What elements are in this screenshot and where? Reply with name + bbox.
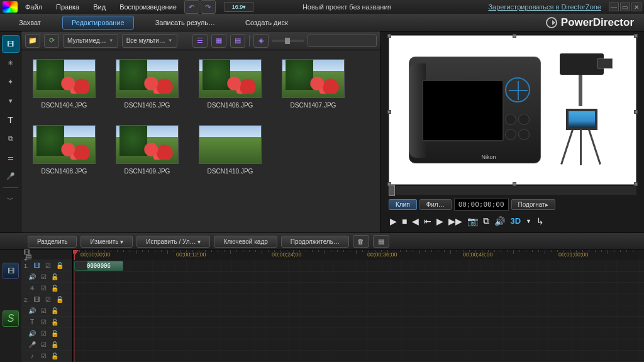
timeline-track[interactable] (73, 272, 644, 283)
scrub-head[interactable] (389, 185, 395, 196)
thumbnail[interactable]: DSCN1405.JPG (116, 59, 179, 109)
track-lock-icon[interactable]: 🔓 (50, 352, 59, 361)
preview-scrubber[interactable] (389, 186, 636, 195)
fast-fwd-icon[interactable]: ▶▶ (448, 216, 462, 226)
library-menu-icon[interactable]: ▤ (230, 34, 245, 48)
timeline-clip[interactable]: 0000006 (74, 261, 123, 271)
transition-room-icon[interactable]: ⧉ (2, 129, 19, 147)
btn-split[interactable]: Разделить (28, 236, 77, 248)
search-input[interactable] (308, 35, 377, 47)
filter-media-all[interactable]: Все мульти…▼ (122, 34, 177, 48)
timeline-ruler[interactable]: 00;00;00;0000;00;12;0000;00;24;0000;00;3… (73, 250, 644, 260)
view-grid-icon[interactable]: ▦ (211, 34, 226, 48)
track-visible-icon[interactable]: ☑ (39, 273, 48, 282)
track-lock-icon[interactable]: 🔓 (50, 341, 59, 349)
display-opts-icon[interactable]: ⧉ (483, 216, 489, 226)
thumbnail[interactable]: DSCN1404.JPG (33, 59, 96, 109)
btn-modify[interactable]: Изменить ▾ (80, 236, 133, 248)
window-restore[interactable]: ▭ (620, 3, 630, 11)
track-visible-icon[interactable]: ☑ (39, 341, 48, 349)
track-visible-icon[interactable]: ☑ (39, 352, 48, 361)
more-icon[interactable]: ▤ (373, 235, 389, 248)
timeline-track[interactable] (73, 339, 644, 351)
title-room-icon[interactable]: T (2, 111, 19, 128)
timeline-track[interactable] (73, 317, 644, 328)
voiceover-room-icon[interactable]: 🎤 (2, 167, 19, 185)
filter-media-type[interactable]: Мультимед…▼ (63, 34, 118, 48)
media-room-icon[interactable]: 🎞 (2, 35, 19, 53)
track-visible-icon[interactable]: ☑ (39, 329, 48, 338)
timeline-track[interactable]: 0000006 (73, 260, 644, 272)
chevron-down-icon[interactable]: ﹀ (2, 190, 19, 208)
menu-file[interactable]: Файл (19, 2, 48, 12)
thumbnail[interactable]: DSCN1408.JPG (33, 125, 96, 175)
track-lock-icon[interactable]: 🔓 (50, 284, 59, 293)
fit-button[interactable]: Подогнат▸ (511, 199, 555, 210)
timeline-track[interactable] (73, 305, 644, 317)
track-visible-icon[interactable]: ☑ (39, 318, 48, 327)
timeline-track[interactable] (73, 283, 644, 294)
preview-frame[interactable]: Nikon (389, 35, 636, 185)
thumbnail[interactable]: DSCN1407.JPG (282, 59, 345, 109)
timeline-track[interactable] (73, 351, 644, 362)
track-type-icon: ♪ (28, 352, 36, 361)
btn-duration[interactable]: Продолжитель… (281, 236, 349, 248)
step-fwd-icon[interactable]: ▶ (436, 216, 443, 226)
tab-disc[interactable]: Создать диск (236, 16, 297, 29)
timeline-track[interactable] (73, 328, 644, 339)
segment-movie[interactable]: Фил… (419, 199, 452, 210)
thumbnail[interactable]: DSCN1410.JPG (199, 125, 262, 175)
track-visible-icon[interactable]: ☑ (39, 284, 48, 293)
trash-icon[interactable]: 🗑 (353, 235, 369, 248)
track-lock-icon[interactable]: 🔓 (55, 295, 64, 304)
track-lock-icon[interactable]: 🔓 (50, 329, 59, 338)
btn-keyframe[interactable]: Ключевой кадр (214, 236, 277, 248)
step-back-icon[interactable]: ⇤ (424, 216, 431, 226)
thumbnail[interactable]: DSCN1409.JPG (116, 125, 179, 175)
timeline-track[interactable] (73, 294, 644, 305)
window-close[interactable]: ✕ (631, 3, 641, 11)
btn-fix[interactable]: Исправить / Ул… ▾ (136, 236, 210, 248)
menu-playback[interactable]: Воспроизведение (113, 2, 183, 12)
track-lock-icon[interactable]: 🔓 (50, 307, 59, 315)
pip-room-icon[interactable]: ✦ (2, 73, 19, 90)
aspect-ratio[interactable]: 16:9▾ (225, 2, 253, 12)
track-lock-icon[interactable]: 🔓 (50, 273, 59, 282)
timeline-mode[interactable]: 🎞 (3, 263, 19, 279)
popup-icon[interactable]: ↳ (536, 216, 544, 226)
track-visible-icon[interactable]: ☑ (44, 295, 53, 304)
mixer-room-icon[interactable]: ⚌ (2, 148, 19, 166)
redo-button[interactable]: ↷ (201, 0, 216, 14)
track-lock-icon[interactable]: 🔓 (55, 261, 64, 270)
segment-clip[interactable]: Клип (389, 199, 417, 210)
refresh-icon[interactable]: ⟳ (44, 34, 59, 48)
register-link[interactable]: Зарегистрироваться в DirectorZone (488, 3, 601, 11)
view-details-icon[interactable]: ☰ (192, 34, 208, 48)
3d-button[interactable]: 3D (510, 216, 521, 226)
stop-icon[interactable]: ■ (402, 216, 407, 226)
play-icon[interactable]: ▶ (390, 216, 397, 226)
slider-handle-icon[interactable]: ◈ (253, 34, 269, 48)
menu-view[interactable]: Вид (87, 2, 112, 12)
storyboard-mode[interactable]: S (3, 310, 19, 327)
track-visible-icon[interactable]: ☑ (44, 261, 53, 270)
track-lock-icon[interactable]: 🔓 (50, 318, 59, 327)
window-minimize[interactable]: — (609, 3, 619, 11)
prev-frame-icon[interactable]: ◀ (412, 216, 419, 226)
undo-button[interactable]: ↶ (184, 0, 199, 14)
thumbnail-label: DSCN1407.JPG (291, 102, 336, 109)
tab-produce[interactable]: Записать резуль… (147, 16, 224, 29)
thumbsize-slider[interactable] (285, 38, 290, 44)
particle-room-icon[interactable]: ▾ (2, 92, 19, 109)
thumbnail[interactable]: DSCN1406.JPG (199, 59, 262, 109)
menu-edit[interactable]: Правка (50, 2, 86, 12)
fx-room-icon[interactable]: ✳ (2, 54, 19, 72)
track-visible-icon[interactable]: ☑ (39, 307, 48, 315)
timeline-body[interactable]: 00;00;00;0000;00;12;0000;00;24;0000;00;3… (73, 250, 644, 362)
volume-icon[interactable]: 🔊 (494, 216, 505, 226)
import-folder-icon[interactable]: 📁 (25, 34, 40, 48)
addtrack-icon[interactable]: 🎞+ (24, 251, 33, 260)
tab-edit[interactable]: Редактирование (62, 16, 134, 30)
snapshot-icon[interactable]: 📷 (467, 216, 478, 226)
tab-capture[interactable]: Захват (10, 16, 50, 29)
